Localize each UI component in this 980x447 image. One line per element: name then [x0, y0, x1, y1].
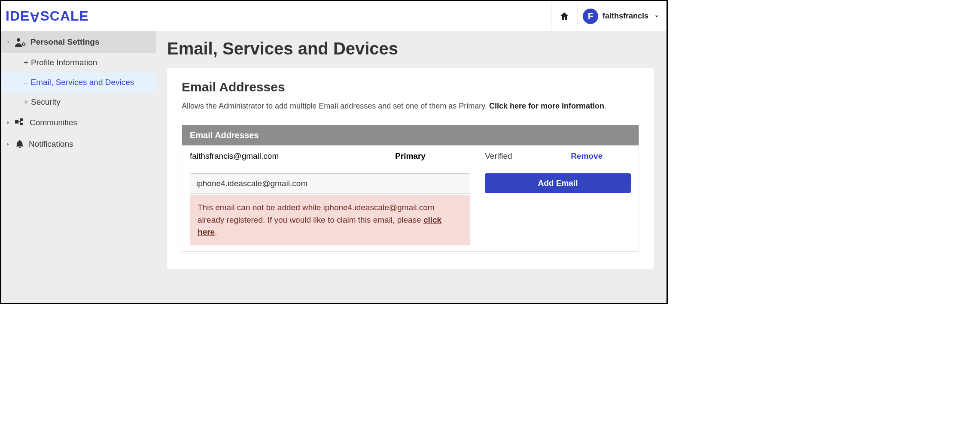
error-text-pre: This email can not be added while iphone…: [198, 203, 435, 224]
svg-point-1: [22, 43, 25, 45]
add-email-button[interactable]: Add Email: [485, 173, 631, 193]
user-gear-icon: [15, 37, 26, 47]
email-table: Email Addresses faithsfrancis@gmail.com …: [182, 125, 639, 252]
chevron-down-icon: [6, 39, 11, 45]
sidebar-sub-label: Security: [24, 97, 61, 107]
sidebar-sub-label: Profile Information: [24, 58, 97, 67]
avatar-initial: F: [588, 11, 593, 21]
sidebar-item-notifications[interactable]: Notifications: [1, 133, 156, 155]
desc-text: Allows the Administrator to add multiple…: [182, 102, 489, 110]
sidebar: Personal Settings Profile Information Em…: [1, 31, 156, 303]
main: Email, Services and Devices Email Addres…: [156, 31, 667, 303]
add-email-row: This email can not be added while iphone…: [182, 167, 639, 251]
sidebar-label-personal: Personal Settings: [30, 37, 100, 47]
more-info-link[interactable]: Click here for more information: [489, 102, 604, 110]
section-description: Allows the Administrator to add multiple…: [182, 100, 639, 112]
sidebar-label-notifications: Notifications: [29, 139, 73, 149]
sidebar-item-email-services-devices[interactable]: Email, Services and Devices: [1, 72, 156, 92]
communities-icon: [15, 118, 25, 127]
brand-logo[interactable]: IDEASCALE: [6, 8, 89, 24]
home-icon: [559, 11, 569, 21]
svg-point-0: [17, 38, 20, 42]
sidebar-item-profile-information[interactable]: Profile Information: [1, 53, 156, 72]
page-title: Email, Services and Devices: [167, 39, 654, 58]
error-text-post: .: [215, 227, 217, 236]
card-email-addresses: Email Addresses Allows the Administrator…: [167, 68, 654, 269]
sidebar-label-communities: Communities: [30, 118, 77, 127]
chevron-right-icon: [6, 120, 11, 125]
sidebar-item-communities[interactable]: Communities: [1, 112, 156, 133]
topbar-right: F faithsfrancis: [551, 1, 667, 31]
user-menu[interactable]: F faithsfrancis: [577, 1, 667, 31]
add-email-left: This email can not be added while iphone…: [190, 173, 470, 245]
home-button[interactable]: [551, 1, 577, 31]
body: Personal Settings Profile Information Em…: [1, 31, 667, 303]
error-box: This email can not be added while iphone…: [190, 195, 470, 245]
remove-link[interactable]: Remove: [571, 151, 603, 160]
svg-rect-2: [15, 120, 18, 124]
chevron-right-icon: [6, 142, 11, 147]
sidebar-item-personal-settings[interactable]: Personal Settings: [1, 31, 156, 53]
sidebar-sub-label: Email, Services and Devices: [24, 78, 134, 87]
chevron-down-icon: [653, 12, 660, 20]
cell-role: Primary: [366, 151, 454, 161]
section-title: Email Addresses: [182, 80, 639, 94]
table-header: Email Addresses: [182, 125, 639, 145]
sidebar-item-security[interactable]: Security: [1, 92, 156, 112]
cell-status: Verified: [454, 151, 542, 161]
username: faithsfrancis: [603, 12, 648, 21]
cell-email: faithsfrancis@gmail.com: [190, 151, 366, 161]
email-input[interactable]: [190, 173, 470, 194]
avatar: F: [583, 9, 598, 24]
table-row: faithsfrancis@gmail.com Primary Verified…: [182, 145, 639, 167]
topbar: IDEASCALE F faithsfrancis: [1, 1, 667, 31]
bell-icon: [15, 139, 24, 149]
